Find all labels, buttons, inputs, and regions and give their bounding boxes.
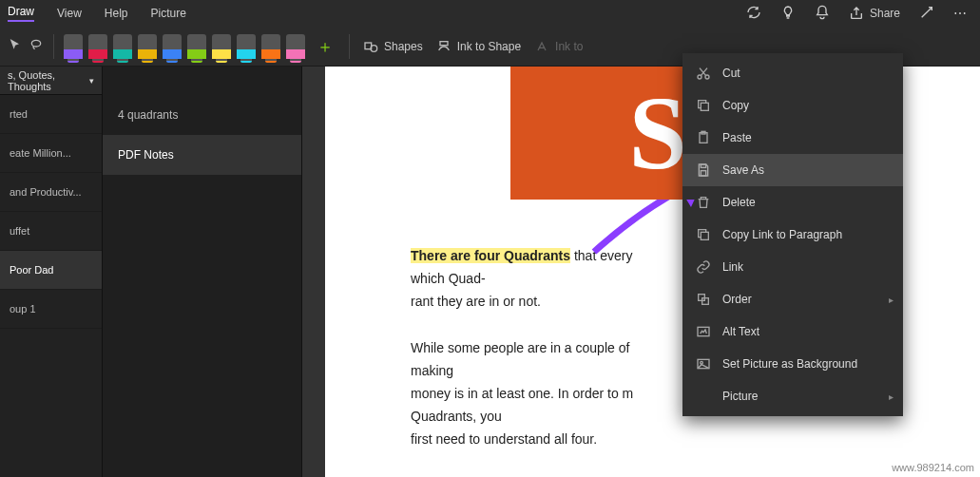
section-list: s, Quotes, Thoughts ▾ rted eate Million.… [0, 67, 103, 477]
highlighted-text: There are four Quadrants [411, 248, 570, 263]
add-pen-button[interactable]: ＋ [317, 35, 334, 58]
pen-green[interactable] [187, 34, 206, 59]
chevron-right-icon: ▸ [889, 295, 894, 305]
tab-view[interactable]: View [57, 7, 82, 20]
pen-teal[interactable] [113, 34, 132, 59]
highlighter-pink[interactable] [286, 34, 305, 59]
pen-purple[interactable] [64, 34, 83, 59]
page-item[interactable]: PDF Notes [103, 135, 301, 175]
svg-point-0 [31, 40, 40, 47]
section-item[interactable]: Poor Dad [0, 251, 102, 290]
separator [53, 34, 54, 59]
page-item[interactable]: 4 quadrants [103, 95, 301, 135]
menubar: Draw View Help Picture Share ⋯ [0, 0, 980, 27]
watermark: www.989214.com [892, 462, 974, 473]
tab-picture[interactable]: Picture [151, 7, 186, 20]
menu-item-alt-text[interactable]: Alt Text [682, 315, 903, 348]
pen-orange[interactable] [261, 34, 280, 59]
section-item[interactable]: and Productiv... [0, 173, 102, 212]
ink-to-text-button: Ink to [530, 37, 586, 56]
menu-item-delete[interactable]: Delete [682, 186, 903, 219]
svg-rect-9 [701, 164, 705, 167]
context-menu: Cut Copy Paste Save As Delete Copy Link … [682, 53, 903, 416]
ink-to-text-label: Ink to [555, 40, 583, 53]
menu-item-set-background[interactable]: Set Picture as Background [682, 348, 903, 380]
logo-letter: S [628, 73, 686, 194]
notebook-title[interactable]: s, Quotes, Thoughts ▾ [0, 67, 102, 95]
svg-point-16 [701, 361, 703, 364]
menu-item-copy[interactable]: Copy [682, 89, 903, 122]
highlighter-yellow[interactable] [212, 34, 231, 59]
menu-item-picture[interactable]: Picture▸ [682, 380, 903, 412]
shapes-button[interactable]: Shapes [359, 37, 427, 56]
shapes-label: Shapes [384, 40, 423, 53]
menu-item-paste[interactable]: Paste [682, 122, 903, 154]
pen-red[interactable] [88, 34, 107, 59]
highlighter-cyan[interactable] [237, 34, 256, 59]
menu-item-save-as[interactable]: Save As [682, 154, 903, 186]
chevron-down-icon: ▾ [89, 76, 94, 86]
ink-to-shape-label: Ink to Shape [457, 40, 521, 53]
sync-icon[interactable] [746, 5, 761, 23]
section-item[interactable]: oup 1 [0, 290, 102, 329]
cursor-tool-icon[interactable] [8, 37, 23, 55]
svg-rect-11 [701, 232, 708, 239]
pen-yellow[interactable] [138, 34, 157, 59]
section-item[interactable]: eate Million... [0, 134, 102, 173]
lasso-tool-icon[interactable] [29, 37, 44, 55]
menubar-right: Share ⋯ [746, 5, 980, 23]
tab-draw[interactable]: Draw [8, 5, 34, 22]
bulb-icon[interactable] [780, 5, 796, 23]
svg-rect-6 [701, 103, 708, 110]
svg-rect-10 [701, 171, 705, 176]
share-label: Share [870, 7, 900, 20]
pen-blue[interactable] [163, 34, 182, 59]
section-item[interactable]: rted [0, 95, 102, 134]
bell-icon[interactable] [815, 5, 830, 23]
tab-help[interactable]: Help [105, 7, 128, 20]
section-item[interactable]: uffet [0, 212, 102, 251]
more-icon[interactable]: ⋯ [953, 6, 967, 21]
svg-rect-3 [440, 41, 448, 45]
menu-item-cut[interactable]: Cut [682, 57, 903, 89]
menu-item-order[interactable]: Order▸ [682, 283, 903, 315]
separator [349, 34, 350, 59]
fullscreen-icon[interactable] [919, 5, 934, 23]
menu-item-link[interactable]: Link [682, 251, 903, 283]
chevron-right-icon: ▸ [889, 391, 894, 402]
ink-to-shape-button[interactable]: Ink to Shape [432, 37, 525, 56]
page-list: 4 quadrants PDF Notes [103, 67, 302, 477]
share-button[interactable]: Share [849, 6, 900, 21]
menu-item-copy-link[interactable]: Copy Link to Paragraph [682, 219, 903, 251]
